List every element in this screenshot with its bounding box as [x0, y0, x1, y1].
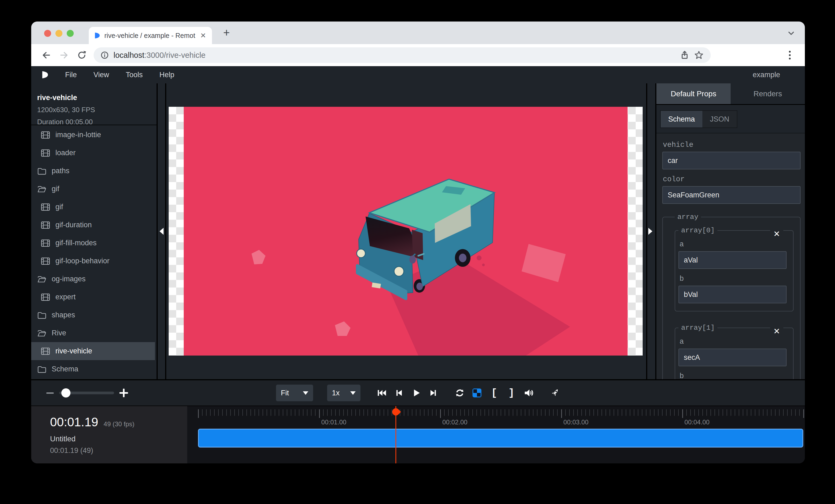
- array-0-a-input[interactable]: aVal: [678, 251, 787, 269]
- play-button[interactable]: [411, 388, 421, 398]
- minimize-window-button[interactable]: [56, 30, 62, 37]
- in-marker-button[interactable]: [: [489, 388, 499, 398]
- array-0-b-input[interactable]: bVal: [678, 286, 787, 303]
- sidebar-folder-gif[interactable]: gif: [31, 180, 157, 198]
- fit-dropdown[interactable]: Fit: [276, 384, 313, 401]
- film-icon: [41, 220, 50, 230]
- timeline-ruler[interactable]: [198, 410, 804, 416]
- bookmark-star-icon[interactable]: [694, 50, 704, 60]
- array-item-1: array[1] ✕ a secA b: [675, 324, 794, 379]
- film-icon: [41, 346, 50, 356]
- frame-counter: 49 (30 fps): [104, 420, 135, 428]
- field-label-b: b: [679, 275, 787, 283]
- folder-icon: [37, 365, 46, 374]
- track-name: Untitled: [50, 435, 187, 443]
- project-name-label: example: [753, 71, 780, 79]
- sidebar-item-rive-vehicle[interactable]: rive-vehicle: [31, 342, 155, 360]
- ruler-label-2s: 00:02.00: [433, 419, 476, 426]
- tab-close-icon[interactable]: ✕: [200, 31, 206, 40]
- sidebar-item-gif-duration[interactable]: gif-duration: [31, 216, 157, 234]
- tab-default-props[interactable]: Default Props: [656, 83, 731, 104]
- browser-tab[interactable]: rive-vehicle / example - Remot ✕: [89, 27, 212, 44]
- browser-window: rive-vehicle / example - Remot ✕ + local…: [31, 22, 805, 463]
- remotion-logo-icon: [42, 71, 48, 79]
- sidebar-folder-shapes[interactable]: shapes: [31, 306, 157, 324]
- sidebar-item-gif[interactable]: gif: [31, 198, 157, 216]
- preview-canvas: [166, 83, 646, 379]
- sidebar-folder-paths[interactable]: paths: [31, 162, 157, 180]
- toggle-schema[interactable]: Schema: [661, 111, 702, 127]
- array-1-a-input[interactable]: secA: [678, 349, 787, 366]
- loop-toggle-button[interactable]: [455, 388, 465, 398]
- color-input[interactable]: SeaFoamGreen: [662, 186, 800, 204]
- playback-speed-dropdown[interactable]: 1x: [327, 384, 361, 401]
- composition-resolution: 1200x630, 30 FPS: [37, 106, 157, 114]
- browser-toolbar: localhost:3000/rive-vehicle: [31, 44, 805, 66]
- reload-button[interactable]: [76, 49, 88, 61]
- composition-list: image-in-lottie loader paths gif gif gif…: [31, 125, 157, 379]
- main-area: rive-vehicle 1200x630, 30 FPS Duration 0…: [31, 83, 805, 379]
- next-frame-button[interactable]: [428, 388, 439, 398]
- sidebar-folder-schema[interactable]: Schema: [31, 360, 157, 378]
- collapse-right-icon[interactable]: [648, 228, 652, 235]
- sidebar-folder-og-images[interactable]: og-images: [31, 270, 157, 288]
- compositions-sidebar: rive-vehicle 1200x630, 30 FPS Duration 0…: [31, 83, 158, 379]
- folder-icon: [37, 167, 46, 175]
- sidebar-item-gif-fill-modes[interactable]: gif-fill-modes: [31, 234, 157, 252]
- sidebar-folder-rive[interactable]: Rive: [31, 324, 157, 342]
- share-icon[interactable]: [680, 50, 689, 60]
- remotion-favicon-icon: [95, 32, 100, 39]
- array-legend: array: [675, 213, 701, 221]
- zoom-out-icon[interactable]: [46, 392, 54, 394]
- forward-button[interactable]: [58, 49, 70, 61]
- previous-frame-button[interactable]: [394, 388, 404, 398]
- sidebar-item-gif-loop-behavior[interactable]: gif-loop-behavior: [31, 252, 157, 270]
- sidebar-collapse-strip: [158, 83, 166, 379]
- vehicle-input[interactable]: car: [662, 152, 800, 169]
- film-icon: [41, 293, 50, 302]
- out-marker-button[interactable]: ]: [506, 388, 516, 398]
- canvas-zoom-control: [46, 380, 128, 405]
- sidebar-item-image-in-lottie[interactable]: image-in-lottie: [31, 126, 157, 144]
- render-rocket-button[interactable]: [550, 388, 560, 398]
- new-tab-button[interactable]: +: [219, 25, 234, 40]
- skip-to-start-button[interactable]: [376, 388, 387, 398]
- transparency-toggle-button[interactable]: [472, 388, 482, 398]
- props-collapse-strip: [646, 83, 656, 379]
- address-bar[interactable]: localhost:3000/rive-vehicle: [94, 47, 711, 63]
- tab-renders[interactable]: Renders: [731, 83, 805, 104]
- field-label-vehicle: vehicle: [663, 141, 800, 149]
- close-window-button[interactable]: [44, 30, 51, 37]
- chevron-down-icon: [350, 391, 355, 395]
- folder-open-icon: [37, 185, 46, 194]
- zoom-slider-knob[interactable]: [61, 388, 70, 398]
- menu-help[interactable]: Help: [160, 71, 175, 79]
- tab-search-chevron-icon[interactable]: [787, 28, 796, 38]
- menu-view[interactable]: View: [94, 71, 109, 79]
- folder-icon: [37, 311, 46, 320]
- field-label-b: b: [679, 372, 787, 379]
- track-timecode: 00:01.19 (49): [50, 446, 187, 455]
- timeline-track-bar[interactable]: [198, 429, 803, 447]
- remove-array-0-icon[interactable]: ✕: [770, 229, 783, 239]
- schema-json-toggle: Schema JSON: [656, 105, 805, 133]
- sidebar-item-expert[interactable]: expert: [31, 288, 157, 306]
- fullscreen-window-button[interactable]: [67, 30, 74, 37]
- vehicle-artwork: [184, 107, 628, 356]
- menu-file[interactable]: File: [65, 71, 77, 79]
- browser-menu-icon[interactable]: [784, 50, 796, 60]
- collapse-left-icon[interactable]: [160, 228, 164, 235]
- zoom-slider[interactable]: [59, 392, 114, 394]
- volume-button[interactable]: [524, 388, 534, 398]
- props-panel: Default Props Renders Schema JSON vehicl…: [656, 83, 805, 379]
- remove-array-1-icon[interactable]: ✕: [770, 327, 783, 336]
- zoom-in-icon[interactable]: [119, 388, 128, 397]
- site-info-icon[interactable]: [101, 51, 109, 59]
- back-button[interactable]: [40, 49, 52, 61]
- film-icon: [41, 203, 50, 212]
- array-item-0: array[0] ✕ a aVal b bVal: [675, 227, 794, 311]
- composition-info: rive-vehicle 1200x630, 30 FPS Duration 0…: [31, 83, 157, 125]
- menu-tools[interactable]: Tools: [126, 71, 143, 79]
- toggle-json[interactable]: JSON: [702, 111, 737, 127]
- sidebar-item-loader[interactable]: loader: [31, 144, 157, 162]
